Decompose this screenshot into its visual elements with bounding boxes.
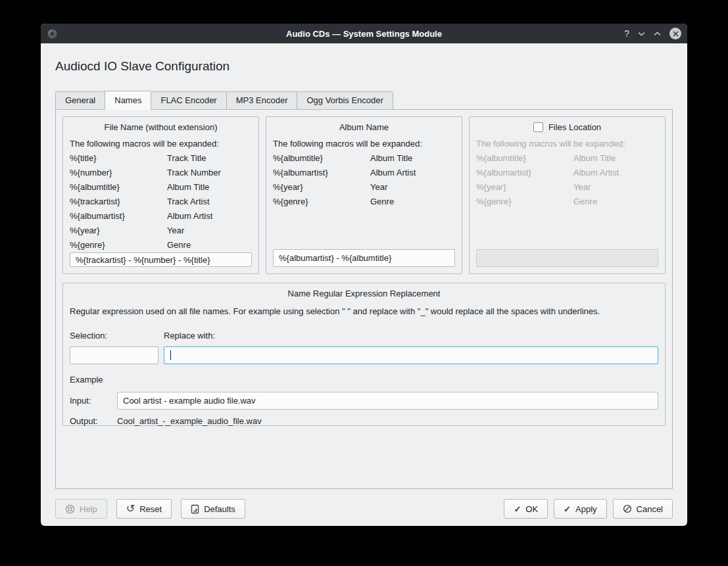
macro-row: %{albumtitle} Album Title: [273, 151, 455, 166]
selection-input[interactable]: [70, 346, 158, 364]
selection-label: Selection:: [70, 331, 158, 341]
example-output-label: Output:: [70, 416, 117, 426]
macro-row: %{genre} Genre: [273, 195, 455, 209]
example-label: Example: [70, 375, 658, 385]
settings-module-window: Audio CDs — System Settings Module ? Aud…: [41, 24, 687, 526]
album-name-group: Album Name The following macros will be …: [266, 116, 462, 274]
cancel-button-label: Cancel: [637, 504, 663, 514]
macro-row: %{year} Year: [476, 180, 658, 195]
keep-below-chevron-down-icon[interactable]: [638, 32, 645, 36]
macro-description: Track Title: [167, 151, 206, 166]
macro-row: %{genre} Genre: [476, 195, 658, 209]
macro-token: %{number}: [70, 166, 167, 180]
macro-token: %{albumtitle}: [273, 151, 370, 166]
macro-token: %{year}: [70, 224, 167, 238]
macro-row: %{genre} Genre: [70, 238, 252, 252]
context-help-button[interactable]: ?: [624, 28, 629, 39]
ok-button-label: OK: [525, 504, 538, 514]
page-title: Audiocd IO Slave Configuration: [55, 59, 673, 74]
names-tab-panel: File Name (without extension) The follow…: [55, 109, 673, 489]
macro-row: %{albumartist} Album Artist: [476, 166, 658, 180]
macro-description: Album Artist: [167, 209, 212, 224]
apply-button-label: Apply: [575, 504, 597, 514]
macro-row: %{albumtitle} Album Title: [70, 180, 252, 195]
macro-row: %{albumtitle} Album Title: [476, 151, 658, 166]
files-location-group: Files Location The following macros will…: [469, 116, 666, 274]
macro-row: %{year} Year: [70, 224, 252, 238]
macro-token: %{genre}: [70, 238, 167, 252]
tab-ogg-vorbis-encoder[interactable]: Ogg Vorbis Encoder: [297, 91, 393, 110]
file-name-group-title: File Name (without extension): [70, 122, 252, 132]
cancel-button[interactable]: Cancel: [613, 499, 673, 519]
cancel-slash-circle-icon: [623, 504, 632, 513]
example-input-field[interactable]: [117, 392, 658, 410]
macro-description: Album Artist: [573, 166, 619, 180]
files-location-checkbox[interactable]: [533, 122, 543, 132]
macro-description: Year: [573, 180, 591, 195]
audio-cd-app-icon: [47, 28, 58, 39]
album-name-macro-list: %{albumtitle} Album Title %{albumartist}…: [273, 151, 455, 209]
reset-undo-icon: ↺: [126, 504, 135, 514]
macro-token: %{year}: [273, 180, 370, 195]
ok-check-icon: ✓: [514, 504, 521, 514]
album-name-group-title: Album Name: [273, 122, 455, 132]
macro-description: Genre: [370, 195, 394, 209]
ok-button[interactable]: ✓ OK: [504, 499, 548, 519]
macro-token: %{albumartist}: [70, 209, 167, 224]
files-location-group-title: Files Location: [476, 122, 658, 132]
regex-group-title: Name Regular Expression Replacement: [70, 289, 658, 298]
example-output-value: Cool_artist_-_example_audio_file.wav: [117, 416, 262, 426]
macro-row: %{albumartist} Album Artist: [70, 209, 252, 224]
macro-token: %{trackartist}: [70, 195, 167, 209]
file-name-macro-list: %{title} Track Title %{number} Track Num…: [70, 151, 252, 252]
files-location-pattern-input: [476, 249, 658, 267]
macro-description: Album Title: [370, 151, 412, 166]
titlebar[interactable]: Audio CDs — System Settings Module ?: [41, 24, 687, 43]
macro-row: %{title} Track Title: [70, 151, 252, 166]
apply-check-icon: ✓: [564, 504, 571, 514]
text-caret: [170, 350, 171, 360]
macro-description: Album Artist: [370, 166, 416, 180]
reset-button[interactable]: ↺ Reset: [116, 499, 172, 519]
macro-row: %{number} Track Number: [70, 166, 252, 180]
tab-general[interactable]: General: [55, 91, 105, 110]
help-button[interactable]: Help: [55, 499, 107, 519]
macro-intro-text: The following macros will be expanded:: [70, 139, 252, 149]
apply-button[interactable]: ✓ Apply: [554, 499, 606, 519]
macro-intro-text: The following macros will be expanded:: [273, 139, 455, 149]
macro-token: %{year}: [476, 180, 573, 195]
macro-description: Genre: [573, 195, 597, 209]
macro-token: %{albumtitle}: [70, 180, 167, 195]
replace-with-label: Replace with:: [164, 331, 658, 341]
macro-description: Year: [167, 224, 184, 238]
defaults-button[interactable]: Defaults: [181, 499, 245, 519]
help-button-label: Help: [80, 504, 97, 514]
album-name-pattern-input[interactable]: [273, 249, 455, 267]
macro-row: %{trackartist} Track Artist: [70, 195, 252, 209]
macro-description: Track Artist: [167, 195, 210, 209]
tab-mp3-encoder[interactable]: MP3 Encoder: [226, 91, 297, 110]
macro-token: %{genre}: [273, 195, 370, 209]
help-life-ring-icon: [65, 504, 75, 514]
reset-button-label: Reset: [139, 504, 162, 514]
tab-names[interactable]: Names: [105, 91, 151, 110]
close-button[interactable]: [669, 28, 681, 39]
files-location-label: Files Location: [548, 122, 601, 132]
macro-description: Album Title: [573, 151, 616, 166]
macro-token: %{albumtitle}: [476, 151, 573, 166]
macro-row: %{albumartist} Album Artist: [273, 166, 455, 180]
macro-token: %{albumartist}: [476, 166, 573, 180]
window-title: Audio CDs — System Settings Module: [41, 29, 687, 39]
macro-token: %{genre}: [476, 195, 573, 209]
dialog-button-box: Help ↺ Reset Defaults ✓ OK: [55, 499, 673, 519]
tab-flac-encoder[interactable]: FLAC Encoder: [151, 91, 226, 110]
files-location-macro-list: %{albumtitle} Album Title %{albumartist}…: [476, 151, 658, 209]
file-name-pattern-input[interactable]: [70, 252, 252, 267]
macro-description: Year: [370, 180, 387, 195]
macro-token: %{title}: [70, 151, 167, 166]
file-name-group: File Name (without extension) The follow…: [62, 116, 259, 274]
replace-with-input[interactable]: [164, 346, 658, 364]
macro-token: %{albumartist}: [273, 166, 370, 180]
example-input-label: Input:: [70, 396, 117, 406]
keep-above-chevron-up-icon[interactable]: [654, 32, 661, 36]
